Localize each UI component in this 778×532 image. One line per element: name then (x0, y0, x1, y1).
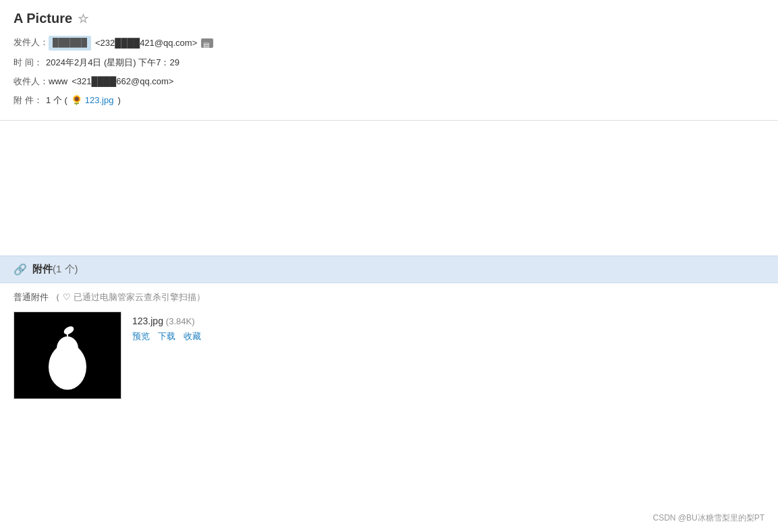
email-subject: A Picture (13, 11, 72, 26)
attachment-filename-row: 123.jpg (3.84K) (132, 316, 201, 326)
recipient-name: www (49, 73, 67, 89)
attachment-preview-thumbnail[interactable] (13, 312, 121, 399)
recipient-value: www <321████662@qq.com> (49, 73, 173, 89)
recipient-label: 收件人： (13, 73, 49, 89)
security-scan-text: 已通过电脑管家云查杀引擎扫描） (74, 291, 205, 303)
attachment-label: 附 件： (13, 92, 46, 108)
attachment-body: 普通附件 （ ♡ 已通过电脑管家云查杀引擎扫描） (0, 283, 778, 413)
attachment-info: 123.jpg (3.84K) 预览 下载 收藏 (132, 312, 201, 343)
attachment-actions: 预览 下载 收藏 (132, 330, 201, 343)
time-value: 2024年2月4日 (星期日) 下午7：29 (46, 55, 179, 70)
download-button[interactable]: 下载 (158, 330, 175, 343)
sender-value: ██████ <232████421@qq.com> (49, 35, 213, 51)
time-label: 时 间： (13, 55, 46, 70)
email-body (0, 121, 778, 256)
sender-row: 发件人： ██████ <232████421@qq.com> (13, 34, 765, 51)
email-header: A Picture ☆ 发件人： ██████ <232████421@qq.c… (0, 0, 778, 121)
attachment-close-paren: ) (117, 92, 120, 108)
security-prefix: （ (51, 291, 60, 303)
attachment-thumbnail-small: 🌻 (72, 95, 82, 106)
attachment-filename: 123.jpg (132, 316, 163, 326)
contact-card-icon[interactable] (201, 38, 213, 48)
recipient-email-text: <321████662@qq.com> (72, 73, 173, 89)
email-title-row: A Picture ☆ (13, 11, 765, 26)
attachment-type-label: 普通附件 （ ♡ 已通过电脑管家云查杀引擎扫描） (13, 291, 765, 303)
attachment-section-count: (1 个) (53, 263, 78, 274)
preview-button[interactable]: 预览 (132, 330, 150, 343)
footer-watermark: CSDN @BU冰糖雪梨里的梨PT (652, 512, 765, 524)
attachment-section-header: 🔗 附件(1 个) (0, 256, 778, 283)
attachment-size: (3.84K) (166, 316, 195, 326)
heart-icon: ♡ (63, 292, 71, 302)
sender-label: 发件人： (13, 34, 49, 50)
attachment-inline-item: 🌻 123.jpg (72, 92, 114, 108)
email-container: A Picture ☆ 发件人： ██████ <232████421@qq.c… (0, 0, 778, 413)
pear-silhouette-svg (40, 318, 94, 392)
time-row: 时 间： 2024年2月4日 (星期日) 下午7：29 (13, 55, 765, 70)
watermark-text: CSDN @BU冰糖雪梨里的梨PT (652, 513, 765, 523)
svg-point-4 (57, 336, 78, 361)
attachment-count-text: 1 个 ( (46, 92, 67, 108)
sender-email-text: <232████421@qq.com> (95, 35, 197, 51)
star-icon[interactable]: ☆ (78, 11, 88, 26)
paperclip-icon: 🔗 (13, 263, 27, 276)
attachment-meta-row: 附 件： 1 个 ( 🌻 123.jpg ) (13, 92, 765, 108)
recipient-row: 收件人： www <321████662@qq.com> (13, 73, 765, 89)
attachment-meta-value: 1 个 ( 🌻 123.jpg ) (46, 92, 121, 108)
attachment-item: 123.jpg (3.84K) 预览 下载 收藏 (13, 312, 765, 399)
attachment-section-title: 附件(1 个) (32, 263, 78, 276)
sender-name-badge: ██████ (49, 36, 91, 51)
collect-button[interactable]: 收藏 (184, 330, 201, 343)
flower-icon: 🌻 (71, 92, 82, 109)
attachment-section-title-text: 附件 (32, 263, 53, 274)
attachment-type-text: 普通附件 (13, 291, 49, 303)
attachment-inline-link[interactable]: 123.jpg (85, 92, 114, 108)
